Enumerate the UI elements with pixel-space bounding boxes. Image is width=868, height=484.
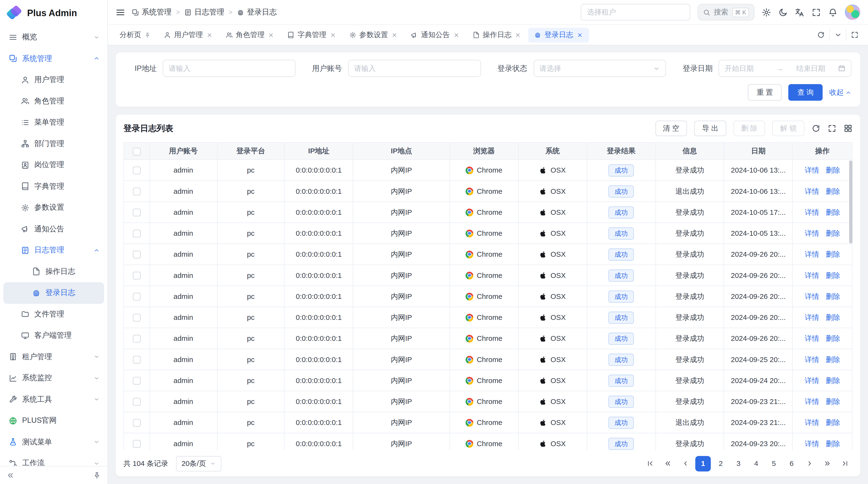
tab-menu-button[interactable] [829,29,846,41]
detail-link[interactable]: 详情 [805,439,819,449]
page-button-4[interactable]: 4 [748,456,764,471]
sidebar-item-plus-site[interactable]: PLUS官网 [0,410,107,431]
app-logo[interactable]: Plus Admin [0,0,107,26]
detail-link[interactable]: 详情 [805,186,819,196]
detail-link[interactable]: 详情 [805,228,819,238]
delete-link[interactable]: 删除 [826,439,840,449]
delete-link[interactable]: 删除 [826,291,840,301]
row-checkbox[interactable] [133,251,141,259]
sidebar-item-post-management[interactable]: 岗位管理 [0,155,107,176]
close-icon[interactable] [515,32,521,38]
clear-button[interactable]: 清 空 [655,121,687,136]
close-icon[interactable] [206,32,212,38]
breadcrumb-item[interactable]: 登录日志 [237,7,277,17]
column-settings-icon[interactable] [844,124,852,133]
row-checkbox[interactable] [133,314,141,322]
sidebar-item-role-management[interactable]: 角色管理 [0,90,107,111]
close-icon[interactable] [577,32,583,38]
row-checkbox[interactable] [133,356,141,364]
delete-link[interactable]: 删除 [826,355,840,364]
table-scrollbar[interactable] [849,161,852,448]
tenant-select[interactable]: 选择租户 [580,4,690,21]
detail-link[interactable]: 详情 [805,417,819,427]
user-account-input[interactable]: 请输入 [348,60,481,77]
unlock-button[interactable]: 解 锁 [773,121,804,136]
detail-link[interactable]: 详情 [805,376,819,385]
breadcrumb-item[interactable]: 系统管理 [132,7,172,17]
fullscreen-icon[interactable] [812,7,821,17]
login-date-range-picker[interactable]: 开始日期→结束日期 [719,60,851,77]
detail-link[interactable]: 详情 [805,291,819,301]
sidebar-item-notice[interactable]: 通知公告 [0,218,107,239]
close-icon[interactable] [453,32,459,38]
sidebar-item-tenant-management[interactable]: 租户管理 [0,346,107,367]
language-translate-icon[interactable] [795,7,804,17]
query-button[interactable]: 查 询 [788,84,823,101]
delete-link[interactable]: 删除 [826,228,840,238]
row-checkbox[interactable] [133,209,141,217]
delete-link[interactable]: 删除 [826,207,840,217]
delete-button[interactable]: 删 除 [734,121,765,136]
pin-icon[interactable] [145,32,151,38]
delete-link[interactable]: 删除 [826,249,840,259]
ip-address-input[interactable]: 请输入 [163,60,296,77]
global-search[interactable]: 搜索 ⌘ K [697,4,754,21]
tab-dict-management[interactable]: 字典管理 [281,28,342,42]
sidebar-item-test-menu[interactable]: 测试菜单 [0,431,107,453]
row-checkbox[interactable] [133,335,141,343]
select-all-checkbox[interactable] [133,148,141,156]
sidebar-item-param-settings[interactable]: 参数设置 [0,197,107,218]
login-status-select[interactable]: 请选择 [533,60,666,77]
last-page-button[interactable] [837,456,852,471]
row-checkbox[interactable] [133,419,141,427]
tab-analysis[interactable]: 分析页 [114,28,157,42]
sidebar-item-operation-log[interactable]: 操作日志 [0,261,107,282]
tab-login-log[interactable]: 登录日志 [528,28,589,42]
tab-role-management[interactable]: 角色管理 [219,28,280,42]
dark-mode-moon-icon[interactable] [778,7,788,17]
delete-link[interactable]: 删除 [826,396,840,407]
delete-link[interactable]: 删除 [826,270,840,280]
row-checkbox[interactable] [133,398,141,406]
sidebar-item-dict-management[interactable]: 字典管理 [0,176,107,197]
tab-param-settings[interactable]: 参数设置 [343,28,403,42]
scrollbar-thumb[interactable] [849,161,852,244]
row-checkbox[interactable] [133,440,141,448]
detail-link[interactable]: 详情 [805,207,819,217]
row-checkbox[interactable] [133,293,141,300]
page-button-6[interactable]: 6 [784,456,799,471]
delete-link[interactable]: 删除 [826,165,840,175]
delete-link[interactable]: 删除 [826,186,840,196]
tab-user-management[interactable]: 用户管理 [158,28,218,42]
close-icon[interactable] [330,32,336,38]
pin-sidebar-icon[interactable] [93,472,101,479]
tab-notice[interactable]: 通知公告 [405,28,465,42]
detail-link[interactable]: 详情 [805,249,819,259]
detail-link[interactable]: 详情 [805,333,819,343]
close-icon[interactable] [391,32,397,38]
first-page-button[interactable] [642,456,657,471]
page-size-select[interactable]: 20条/页 [176,456,221,471]
delete-link[interactable]: 删除 [826,376,840,385]
user-avatar[interactable] [845,4,860,20]
delete-link[interactable]: 删除 [826,333,840,343]
sidebar-item-workflow[interactable]: 工作流 [0,453,107,466]
detail-link[interactable]: 详情 [805,165,819,175]
refresh-table-icon[interactable] [812,124,820,133]
collapse-sidebar-icon[interactable] [7,472,14,479]
detail-link[interactable]: 详情 [805,270,819,280]
next-page-button[interactable] [802,456,817,471]
sidebar-item-file-management[interactable]: 文件管理 [0,303,107,325]
row-checkbox[interactable] [133,272,141,280]
prev-pages-button[interactable] [660,456,675,471]
detail-link[interactable]: 详情 [805,396,819,407]
page-button-5[interactable]: 5 [766,456,782,471]
breadcrumb-item[interactable]: 日志管理 [184,7,224,17]
maximize-content-button[interactable] [846,29,863,41]
close-icon[interactable] [268,32,274,38]
next-pages-button[interactable] [819,456,835,471]
sidebar-item-overview[interactable]: 概览 [0,27,107,48]
page-button-1[interactable]: 1 [695,456,711,471]
detail-link[interactable]: 详情 [805,355,819,364]
page-button-2[interactable]: 2 [713,456,728,471]
